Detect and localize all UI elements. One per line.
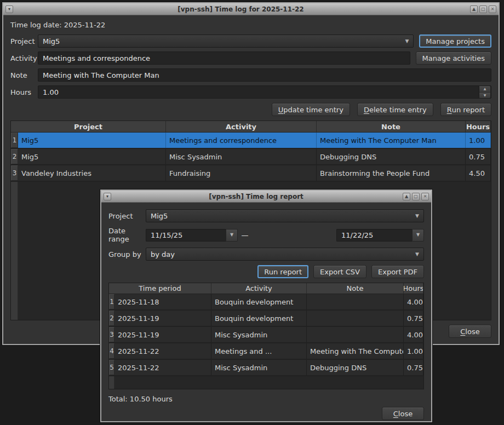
table-body: 1Mig5Meetings and correspondenceMeeting …	[11, 133, 491, 182]
window-menu-icon[interactable]: ▾	[5, 5, 13, 13]
activity-input[interactable]: Meetings and correspondence	[38, 51, 410, 65]
row-number: 1	[109, 294, 114, 309]
shade-icon: ▲	[472, 7, 476, 12]
spin-up-button[interactable]: ▲	[479, 86, 490, 93]
chevron-down-icon: ▼	[402, 39, 409, 44]
table-cell: Mig5	[18, 149, 166, 164]
date-start-value: 11/15/25	[151, 231, 182, 239]
table-cell: Mig5	[18, 133, 166, 148]
window-menu-icon[interactable]: ▾	[104, 193, 111, 200]
header-time-period[interactable]: Time period	[109, 283, 211, 294]
table-row[interactable]: 32025-11-19Misc Sysadmin4.00	[109, 327, 423, 343]
group-by-value: by day	[151, 250, 175, 259]
table-cell: Meeting with The Computer Man	[317, 133, 466, 148]
hours-label: Hours	[10, 88, 38, 96]
shade-button[interactable]: ▲	[403, 193, 410, 200]
table-cell: Fundraising	[166, 165, 317, 181]
table-row[interactable]: 3Vandeley IndustriesFundraisingBrainstor…	[11, 165, 491, 182]
date-start-dropdown-button[interactable]: ▼	[226, 229, 238, 242]
header-hours[interactable]: Hours	[466, 121, 491, 133]
note-input[interactable]: Meeting with The Computer Man	[38, 68, 491, 82]
shade-icon: ▲	[405, 194, 408, 199]
total-hours-label: Total: 10.50 hours	[108, 395, 424, 404]
table-header-row: Project Activity Note Hours	[11, 121, 491, 133]
close-window-button[interactable]: ✕	[489, 5, 496, 13]
dialog-run-report-button[interactable]: Run report	[257, 265, 308, 278]
header-project[interactable]: Project	[11, 121, 166, 133]
table-cell: 2025-11-18	[114, 294, 211, 309]
table-cell: Bouquin development	[211, 311, 307, 326]
table-cell	[307, 311, 404, 326]
export-pdf-button[interactable]: Export PDF	[371, 265, 424, 278]
date-range-separator: —	[238, 231, 252, 239]
hours-spinbox[interactable]: 1.00 ▲ ▼	[38, 85, 491, 99]
date-end-input[interactable]: 11/22/25	[336, 229, 412, 242]
table-cell: 4.00	[404, 294, 423, 309]
row-number-gutter	[109, 376, 114, 389]
date-start-picker[interactable]: 11/15/25 ▼	[146, 229, 238, 242]
header-note[interactable]: Note	[317, 121, 466, 133]
manage-projects-button[interactable]: Manage projects	[419, 35, 491, 48]
dialog-action-buttons: Run report Export CSV Export PDF	[108, 265, 424, 278]
table-row[interactable]: 2Mig5Misc SysadminDebugging DNS0.75	[11, 149, 491, 165]
run-report-button[interactable]: Run report	[440, 103, 491, 116]
note-value: Meeting with The Computer Man	[43, 71, 159, 79]
table-cell	[307, 294, 404, 309]
maximize-button[interactable]: ▢	[412, 193, 420, 200]
table-row[interactable]: 22025-11-19Bouquin development0.75	[109, 311, 423, 327]
window-menu-glyph: ▾	[8, 7, 10, 12]
close-icon: ✕	[491, 7, 495, 12]
update-time-entry-button[interactable]: Update time entry	[272, 103, 350, 116]
shade-button[interactable]: ▲	[470, 5, 478, 13]
report-project-combobox[interactable]: Mig5 ▼	[146, 209, 424, 222]
group-by-combobox[interactable]: by day ▼	[146, 248, 424, 261]
row-number: 2	[11, 149, 18, 164]
header-note[interactable]: Note	[307, 283, 404, 294]
header-hours[interactable]: Hours	[404, 283, 423, 294]
main-titlebar[interactable]: ▾ [vpn-ssh] Time log for 2025-11-22 ▲ ▢ …	[3, 3, 499, 15]
table-cell	[307, 327, 404, 342]
maximize-button[interactable]: ▢	[479, 5, 487, 13]
main-action-buttons: Update time entry Delete time entry Run …	[10, 103, 491, 116]
table-cell: 0.75	[404, 360, 423, 375]
date-end-dropdown-button[interactable]: ▼	[412, 229, 424, 242]
group-by-label: Group by	[108, 250, 146, 259]
table-cell: 2025-11-22	[114, 343, 211, 359]
spin-down-button[interactable]: ▼	[479, 93, 490, 99]
table-cell: 4.00	[404, 327, 423, 342]
manage-activities-button[interactable]: Manage activities	[416, 51, 491, 65]
chevron-down-icon: ▼	[416, 233, 420, 237]
activity-value: Meetings and correspondence	[43, 54, 150, 62]
delete-time-entry-button[interactable]: Delete time entry	[357, 103, 433, 116]
date-start-input[interactable]: 11/15/25	[146, 229, 226, 242]
main-close-button[interactable]: Close	[449, 325, 491, 338]
table-cell: Misc Sysadmin	[166, 149, 317, 164]
table-row[interactable]: 12025-11-18Bouquin development4.00	[109, 294, 423, 311]
project-combobox[interactable]: Mig5 ▼	[38, 35, 414, 48]
close-window-button[interactable]: ✕	[421, 193, 429, 200]
table-empty-space	[114, 376, 423, 389]
dialog-close-button[interactable]: Close	[382, 407, 424, 420]
note-label: Note	[10, 71, 38, 79]
table-row[interactable]: 1Mig5Meetings and correspondenceMeeting …	[11, 133, 491, 149]
table-cell: 2025-11-19	[114, 327, 211, 342]
table-empty-area	[109, 376, 423, 389]
hours-value: 1.00	[43, 88, 59, 96]
table-row[interactable]: 52025-11-22Misc SysadminDebugging DNS0.7…	[109, 360, 423, 376]
table-cell: 0.75	[404, 311, 423, 326]
row-number: 2	[109, 311, 114, 326]
row-number: 5	[109, 360, 114, 375]
table-cell: Meetings and ...	[211, 343, 307, 359]
table-cell: 2025-11-22	[114, 360, 211, 375]
table-row[interactable]: 42025-11-22Meetings and ...Meeting with …	[109, 343, 423, 360]
table-cell: Bouquin development	[211, 294, 307, 309]
date-end-picker[interactable]: 11/22/25 ▼	[336, 229, 424, 242]
table-cell: Vandeley Industries	[18, 165, 166, 181]
dialog-titlebar[interactable]: ▾ [vpn-ssh] Time log report ▲ ▢ ✕	[101, 191, 431, 203]
chevron-down-icon: ▼	[230, 233, 233, 237]
header-activity[interactable]: Activity	[211, 283, 307, 294]
project-label: Project	[10, 37, 38, 45]
export-csv-button[interactable]: Export CSV	[313, 265, 366, 278]
maximize-icon: ▢	[414, 194, 418, 199]
header-activity[interactable]: Activity	[166, 121, 317, 133]
